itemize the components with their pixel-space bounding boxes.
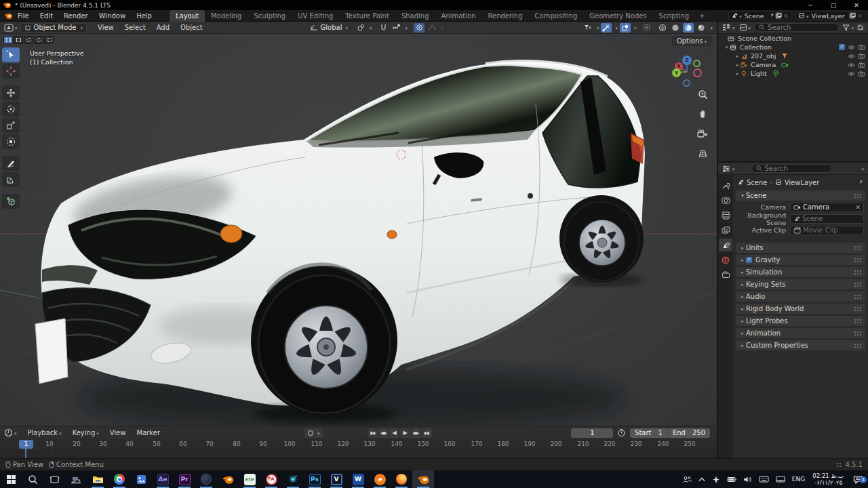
viewlayer-selector[interactable]: ViewLayer ✕ bbox=[795, 11, 865, 20]
select-box-button[interactable] bbox=[14, 36, 23, 44]
menu-window[interactable]: Window bbox=[94, 10, 131, 22]
workspace-tab-uv-editing[interactable]: UV Editing bbox=[292, 10, 339, 22]
current-frame-field[interactable]: 1 bbox=[571, 428, 613, 438]
shading-chevron[interactable] bbox=[709, 24, 713, 31]
render-camera-icon[interactable] bbox=[858, 70, 865, 77]
photos-app-icon[interactable] bbox=[130, 470, 152, 488]
workspace-tab-modeling[interactable]: Modeling bbox=[205, 10, 248, 22]
blender-pinned-icon[interactable] bbox=[217, 470, 239, 488]
tray-expand-chevron[interactable] bbox=[695, 477, 709, 482]
blender-menu-icon[interactable] bbox=[5, 12, 12, 20]
light-expand-icon[interactable]: ▸ bbox=[734, 71, 741, 77]
end-frame-field[interactable]: End250 bbox=[667, 428, 710, 438]
menu-playback[interactable]: Playback bbox=[22, 429, 67, 436]
outliner-display-icon[interactable] bbox=[739, 24, 747, 31]
airplane-tray-icon[interactable] bbox=[709, 475, 724, 483]
menu-object[interactable]: Object bbox=[175, 24, 208, 31]
workspace-tab-geometry-nodes[interactable]: Geometry Nodes bbox=[583, 10, 652, 22]
volume-tray-icon[interactable] bbox=[740, 476, 755, 483]
remote-device-icon[interactable] bbox=[65, 470, 87, 488]
language-indicator[interactable]: ENG bbox=[789, 476, 808, 483]
drag-dots[interactable] bbox=[854, 193, 862, 198]
show-overlays-icon[interactable] bbox=[620, 23, 631, 33]
select-lasso-button[interactable] bbox=[34, 36, 43, 44]
properties-editor-icon[interactable] bbox=[722, 165, 731, 173]
blender-active-icon[interactable] bbox=[412, 470, 434, 488]
ortho-grid-icon[interactable] bbox=[695, 146, 710, 161]
snap-target-icon[interactable] bbox=[391, 23, 402, 33]
section-simulation[interactable]: ▸Simulation bbox=[736, 267, 865, 277]
viewlayer-browse-chevron[interactable] bbox=[805, 12, 809, 20]
outliner-filter-chevron[interactable] bbox=[850, 24, 854, 31]
falloff-curve-icon[interactable] bbox=[427, 23, 437, 33]
tab-scene-icon[interactable] bbox=[719, 239, 732, 251]
collection-expand-icon[interactable]: ▾ bbox=[724, 45, 730, 50]
outliner-filter-icon[interactable] bbox=[842, 24, 850, 31]
properties-options-chevron[interactable] bbox=[860, 165, 864, 172]
visibility-filter-icon[interactable] bbox=[583, 23, 593, 33]
cinema4d-icon[interactable] bbox=[195, 470, 217, 488]
properties-editor-chevron[interactable] bbox=[731, 165, 735, 172]
workspace-tab-scripting[interactable]: Scripting bbox=[653, 10, 695, 22]
outliner-row-scene-collection[interactable]: Scene Collection bbox=[718, 34, 868, 43]
taskbar-search-button[interactable] bbox=[22, 470, 43, 488]
clock[interactable]: 02:21 ب.ظ ۰۶/۱۱/۲۰۲۵ bbox=[808, 472, 848, 486]
workspace-tab-shading[interactable]: Shading bbox=[395, 10, 435, 22]
tab-viewlayer-icon[interactable] bbox=[719, 224, 732, 237]
menu-keying[interactable]: Keying bbox=[67, 429, 104, 436]
proportional-edit-icon[interactable] bbox=[414, 23, 425, 33]
e-app-icon[interactable]: e bbox=[369, 470, 391, 488]
outliner-row-light[interactable]: ▸ Light bbox=[718, 69, 868, 78]
tool-measure[interactable] bbox=[2, 172, 20, 187]
render-camera-icon[interactable] bbox=[858, 53, 865, 59]
section-gravity[interactable]: ▸✓Gravity bbox=[736, 255, 865, 265]
207obj-expand-icon[interactable]: ▸ bbox=[734, 54, 741, 59]
touchpad-tray-icon[interactable] bbox=[772, 476, 789, 483]
menu-file[interactable]: File bbox=[12, 10, 35, 22]
tab-output-icon[interactable] bbox=[719, 209, 732, 222]
shading-wireframe-icon[interactable] bbox=[657, 23, 668, 33]
outliner-editor-icon[interactable] bbox=[722, 24, 731, 31]
tool-add-cube[interactable] bbox=[2, 194, 20, 209]
notification-center-icon[interactable]: 1 bbox=[848, 475, 868, 484]
play-button[interactable]: ▶ bbox=[400, 428, 410, 438]
outliner-editor-chevron[interactable] bbox=[731, 24, 735, 31]
add-workspace-button[interactable]: + bbox=[695, 10, 709, 22]
pin-icon[interactable] bbox=[768, 12, 775, 19]
snap-magnet-icon[interactable] bbox=[378, 23, 389, 33]
timeline-track[interactable] bbox=[0, 449, 717, 458]
camera-view-icon[interactable] bbox=[695, 126, 710, 141]
falloff-chevron[interactable] bbox=[439, 24, 443, 31]
overlays-chevron[interactable] bbox=[633, 24, 637, 31]
gizmo-z-neg[interactable] bbox=[683, 79, 690, 87]
start-frame-field[interactable]: Start1 bbox=[630, 428, 667, 438]
jump-to-start-button[interactable]: ▮◀ bbox=[368, 428, 378, 438]
tool-select-box[interactable] bbox=[2, 47, 20, 62]
gizmo-chevron[interactable] bbox=[614, 24, 618, 31]
section-units[interactable]: ▸Units bbox=[736, 243, 865, 253]
battery-tray-icon[interactable] bbox=[724, 476, 740, 483]
workspace-tab-layout[interactable]: Layout bbox=[170, 10, 205, 22]
outliner-row-camera[interactable]: ▸ Camera bbox=[718, 60, 868, 69]
gizmo-y-neg[interactable] bbox=[693, 60, 701, 67]
snap-chevron[interactable] bbox=[404, 24, 408, 31]
hide-eye-icon[interactable] bbox=[848, 71, 855, 77]
gizmo-z-axis[interactable]: Z bbox=[682, 56, 692, 65]
file-explorer-icon[interactable] bbox=[87, 470, 108, 488]
menu-help[interactable]: Help bbox=[131, 10, 157, 22]
section-custom-properties[interactable]: ▸Custom Properties bbox=[736, 340, 865, 350]
pivot-point-icon[interactable] bbox=[355, 23, 366, 33]
workspace-tab-animation[interactable]: Animation bbox=[435, 10, 482, 22]
shading-solid-icon[interactable] bbox=[670, 23, 681, 33]
task-view-button[interactable] bbox=[43, 470, 65, 488]
navigation-gizmo[interactable]: Z X Y bbox=[672, 56, 702, 88]
car-model-207[interactable] bbox=[0, 34, 717, 426]
scene-panel-header[interactable]: ▾ Scene bbox=[736, 190, 865, 201]
maximize-button[interactable]: ▢ bbox=[822, 0, 845, 10]
menu-select[interactable]: Select bbox=[119, 24, 151, 31]
camera-expand-icon[interactable]: ▸ bbox=[734, 62, 741, 68]
scene-browse-chevron[interactable] bbox=[738, 12, 742, 20]
workspace-tab-rendering[interactable]: Rendering bbox=[481, 10, 528, 22]
jump-to-end-button[interactable]: ▶▮ bbox=[422, 428, 432, 438]
tab-world-icon[interactable] bbox=[719, 253, 732, 266]
